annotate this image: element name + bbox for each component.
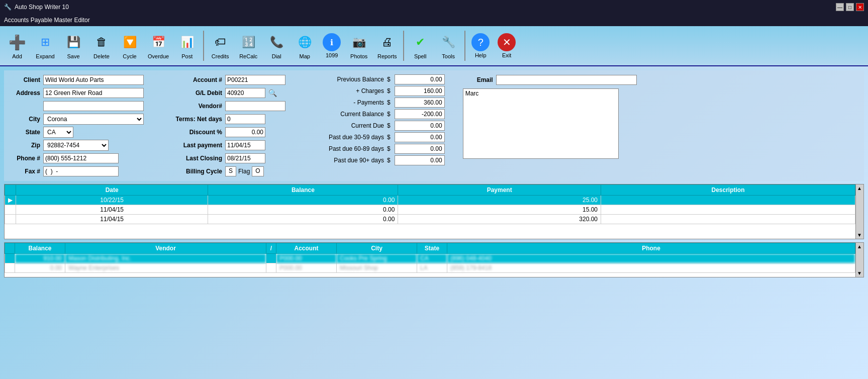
- zip-select[interactable]: 92882-7454: [43, 140, 109, 151]
- title-bar-controls: — □ ✕: [836, 3, 864, 11]
- dial-icon: 📞: [266, 32, 286, 52]
- notes-content: Marc: [465, 90, 479, 97]
- gl-debit-input[interactable]: [225, 88, 265, 98]
- add-button[interactable]: ➕ Add: [4, 30, 30, 61]
- close-button[interactable]: ✕: [856, 3, 864, 11]
- fax-input[interactable]: [43, 166, 119, 176]
- delete-button[interactable]: 🗑 Delete: [88, 30, 115, 61]
- vcol-balance: Balance: [15, 243, 65, 254]
- maximize-button[interactable]: □: [846, 3, 854, 11]
- current-due-label: Current Due: [304, 122, 384, 129]
- vendor-row[interactable]: 910.00 Mason Distributing, Inc. P000.00 …: [5, 254, 855, 263]
- 1099-icon: ℹ: [323, 33, 341, 51]
- minimize-button[interactable]: —: [836, 3, 844, 11]
- spell-button[interactable]: ✔ Spell: [407, 30, 433, 61]
- vendor-slash: [266, 263, 276, 273]
- vendor-row[interactable]: 0.00 Wayne Enterprises P000.00 Missouri …: [5, 263, 855, 273]
- vendor-balance: 0.00: [15, 263, 65, 273]
- col-description: Description: [601, 185, 855, 196]
- terms-input[interactable]: [225, 114, 265, 124]
- fax-label: Fax #: [10, 168, 40, 175]
- transactions-scrollbar[interactable]: ▲ ▼: [855, 184, 863, 239]
- account-row: Account #: [162, 74, 285, 85]
- row-date: 11/04/15: [16, 215, 208, 224]
- vcol-indicator: [5, 243, 15, 254]
- overdue-button[interactable]: 📅 Overdue: [145, 30, 172, 61]
- col-arrow: [5, 185, 16, 196]
- discount-label: Discount %: [162, 129, 222, 136]
- reports-button[interactable]: 🖨 Reports: [374, 30, 400, 61]
- vendor-scroll-area: Balance Vendor / Account City State Phon…: [5, 243, 855, 277]
- map-button[interactable]: 🌐 Map: [292, 30, 318, 61]
- 1099-label: 1099: [326, 52, 338, 58]
- charges-value: 160.00: [395, 86, 445, 96]
- vendor-indicator: [5, 263, 15, 273]
- vendor-phone: (859) 179-8418: [447, 263, 855, 273]
- separator-3: [464, 31, 465, 61]
- vendor-name: Mason Distributing, Inc.: [65, 254, 266, 263]
- table-row[interactable]: ▶ 10/22/15 0.00 25.00: [5, 196, 855, 205]
- gl-debit-row: G/L Debit 🔍: [162, 87, 285, 99]
- previous-balance-row: Previous Balance $ 0.00: [304, 74, 445, 84]
- title-bar: 🔧 Auto Shop Writer 10 — □ ✕: [0, 0, 868, 14]
- main-content: Client Address City Corona State CA: [0, 66, 868, 379]
- exit-button[interactable]: ✕ Exit: [495, 31, 519, 60]
- reports-label: Reports: [377, 53, 397, 59]
- table-row[interactable]: 11/04/15 0.00 320.00: [5, 215, 855, 224]
- row-arrow: [5, 205, 16, 215]
- window-title: Accounts Payable Master Editor: [4, 17, 90, 24]
- payments-label: - Payments: [304, 99, 384, 106]
- discount-input[interactable]: [225, 127, 265, 137]
- city-select[interactable]: Corona: [43, 114, 144, 125]
- account-input[interactable]: [225, 75, 285, 85]
- photos-icon: 📷: [349, 32, 369, 52]
- vscroll-up-arrow[interactable]: ▲: [857, 244, 862, 249]
- add-label: Add: [12, 53, 22, 59]
- recalc-label: ReCalc: [239, 53, 257, 59]
- email-input[interactable]: [496, 75, 637, 85]
- scroll-up-arrow[interactable]: ▲: [857, 185, 862, 191]
- discount-row: Discount %: [162, 127, 285, 138]
- row-balance: 0.00: [208, 196, 398, 205]
- dial-button[interactable]: 📞 Dial: [263, 30, 290, 61]
- photos-button[interactable]: 📷 Photos: [346, 30, 372, 61]
- vendor-indicator: [5, 254, 15, 263]
- address2-input[interactable]: [43, 101, 144, 111]
- help-button[interactable]: ? Help: [468, 31, 493, 60]
- address-row: Address: [10, 87, 144, 99]
- last-closing-input[interactable]: [225, 153, 265, 163]
- scroll-down-arrow[interactable]: ▼: [857, 232, 862, 238]
- credits-button[interactable]: 🏷 Credits: [207, 30, 233, 61]
- address-input[interactable]: [43, 88, 144, 98]
- vscroll-down-arrow[interactable]: ▼: [857, 270, 862, 276]
- expand-button[interactable]: ⊞ Expand: [32, 30, 58, 61]
- cycle-button[interactable]: 🔽 Cycle: [117, 30, 143, 61]
- tools-button[interactable]: 🔧 Tools: [435, 30, 461, 61]
- client-input[interactable]: [43, 75, 144, 85]
- billing-controls: S Flag O: [225, 166, 264, 176]
- expand-icon: ⊞: [35, 32, 55, 52]
- previous-dollar: $: [387, 76, 391, 83]
- vendor-scrollbar[interactable]: ▲ ▼: [855, 243, 863, 277]
- vcol-slash: /: [266, 243, 276, 254]
- save-button[interactable]: 💾 Save: [60, 30, 86, 61]
- table-row[interactable]: 11/04/15 0.00 15.00: [5, 205, 855, 215]
- spell-label: Spell: [414, 53, 426, 59]
- post-label: Post: [181, 53, 192, 59]
- state-select[interactable]: CA: [43, 127, 73, 138]
- vcol-city: City: [337, 243, 417, 254]
- phone-input[interactable]: [43, 153, 119, 163]
- vendor-input[interactable]: [225, 101, 285, 111]
- billing-o: O: [252, 166, 263, 176]
- recalc-button[interactable]: 🔢 ReCalc: [235, 30, 261, 61]
- last-payment-input[interactable]: [225, 140, 265, 150]
- 1099-button[interactable]: ℹ 1099: [320, 31, 344, 60]
- transactions-scroll-area: Date Balance Payment Description ▶ 10/22…: [5, 184, 855, 239]
- vendor-slash: [266, 254, 276, 263]
- email-row: Email: [463, 74, 858, 85]
- save-icon: 💾: [63, 32, 83, 52]
- city-row: City Corona: [10, 114, 144, 125]
- post-button[interactable]: 📊 Post: [174, 30, 200, 61]
- cycle-label: Cycle: [123, 53, 137, 59]
- charges-label: + Charges: [304, 87, 384, 94]
